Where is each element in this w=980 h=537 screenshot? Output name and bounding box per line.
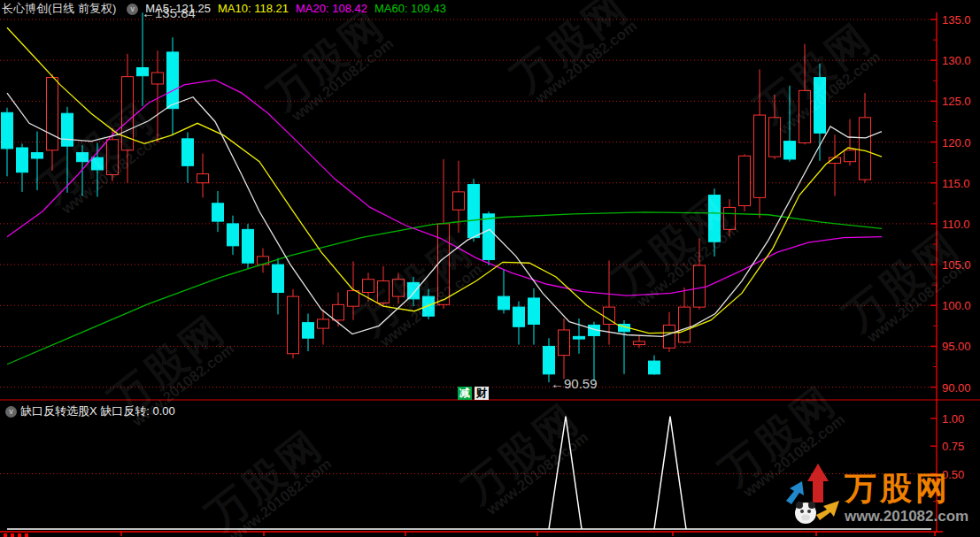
collapse-main-icon[interactable]: v (127, 4, 138, 15)
event-marker-jian[interactable]: 减 (458, 387, 472, 400)
svg-text:1.00: 1.00 (942, 412, 964, 426)
kline-app-window: 万股网www.201082.com万股网www.201082.com万股网www… (0, 0, 980, 537)
svg-text:95.00: 95.00 (942, 340, 971, 353)
stock-title: 长心博创(日线 前复权) (2, 2, 116, 15)
svg-text:135.0: 135.0 (942, 13, 971, 27)
chart-header: 长心博创(日线 前复权)vMA5: 121.25MA10: 118.21MA20… (2, 1, 453, 15)
logo-url-text: www.201082.com (845, 508, 968, 525)
svg-text:90.00: 90.00 (942, 381, 971, 395)
ma10-legend: MA10: 118.21 (218, 2, 289, 15)
svg-text:110.0: 110.0 (942, 218, 970, 231)
svg-text:100.0: 100.0 (942, 299, 971, 312)
svg-text:120.0: 120.0 (942, 136, 971, 150)
low-price-annotation: ←90.59 (551, 376, 598, 391)
svg-text:115.0: 115.0 (942, 177, 970, 190)
event-marker-cai[interactable]: 财 (475, 387, 489, 400)
ma20-legend: MA20: 108.42 (296, 2, 367, 15)
kline-chart[interactable]: 135.0130.0125.0120.0115.0110.0105.0100.0… (0, 0, 980, 537)
svg-text:130.0: 130.0 (942, 54, 971, 67)
ma60-legend: MA60: 109.43 (374, 2, 446, 15)
logo-arrows-icon (781, 462, 843, 533)
svg-text:125.0: 125.0 (942, 95, 971, 108)
indicator-value: 缺口反转: 0.00 (100, 404, 175, 418)
svg-text:105.0: 105.0 (942, 258, 971, 272)
site-logo: 万股网 www.201082.com (781, 462, 971, 533)
collapse-sub-icon[interactable]: v (5, 406, 17, 418)
ma5-legend: MA5: 121.25 (145, 2, 211, 15)
indicator-name: 缺口反转选股X (20, 404, 97, 418)
logo-brand-text: 万股网 (845, 472, 951, 504)
indicator-header: v缺口反转选股X 缺口反转: 0.00 (2, 403, 175, 419)
svg-text:0.75: 0.75 (942, 440, 964, 453)
